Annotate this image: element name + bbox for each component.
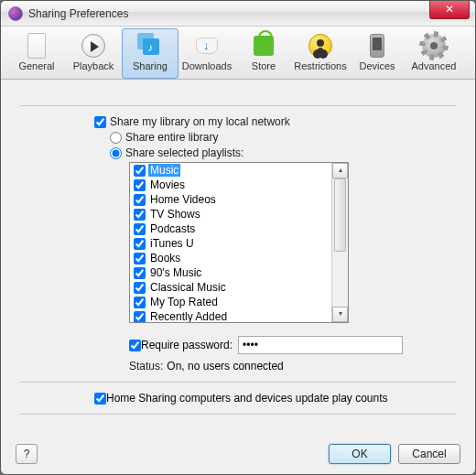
separator	[19, 414, 457, 415]
share-entire-label: Share entire library	[125, 131, 218, 144]
window: Sharing Preferences ✕ General Playback ♪…	[0, 0, 476, 475]
playlist-name: 90's Music	[148, 266, 203, 279]
playlist-item[interactable]: Movies	[130, 178, 348, 192]
window-title: Sharing Preferences	[28, 7, 128, 20]
playlist-item[interactable]: Music	[130, 163, 348, 178]
share-selected-label: Share selected playlists:	[125, 146, 243, 159]
playlist-name: Movies	[148, 178, 187, 191]
sharing-icon: ♪	[137, 33, 163, 59]
require-password-checkbox[interactable]	[129, 340, 141, 351]
status-value: On, no users connected	[167, 360, 283, 372]
tab-downloads[interactable]: Downloads	[178, 28, 235, 79]
titlebar[interactable]: Sharing Preferences ✕	[1, 1, 475, 27]
playlist-name: Home Videos	[148, 193, 218, 206]
playlist-checkbox[interactable]	[134, 223, 146, 235]
playlist-checkbox[interactable]	[134, 267, 146, 279]
general-icon	[27, 33, 46, 59]
tab-label-restrictions: Restrictions	[294, 60, 346, 71]
playlist-item[interactable]: My Top Rated	[130, 295, 348, 309]
playlist-item[interactable]: Podcasts	[130, 221, 348, 236]
gear-icon	[422, 34, 446, 58]
status-caption: Status:	[129, 360, 163, 372]
playlist-checkbox[interactable]	[134, 238, 146, 250]
tab-label-playback: Playback	[73, 60, 114, 71]
playlist-name: Recently Added	[148, 310, 229, 323]
toolbar: General Playback ♪ Sharing Downloads Sto…	[1, 27, 475, 80]
share-selected-radio[interactable]	[110, 147, 122, 159]
playlist-checkbox[interactable]	[134, 209, 146, 221]
footer: ? OK Cancel	[1, 434, 475, 474]
store-icon	[254, 36, 274, 56]
playlist-list: MusicMoviesHome VideosTV ShowsPodcastsiT…	[130, 163, 348, 323]
scrollbar[interactable]: ▴ ▾	[331, 163, 348, 322]
separator	[19, 382, 457, 383]
playlist-name: Classical Music	[148, 281, 228, 294]
playlist-name: iTunes U	[148, 237, 196, 250]
playlist-item[interactable]: TV Shows	[130, 207, 348, 221]
device-icon	[370, 34, 384, 58]
scroll-down-button[interactable]: ▾	[332, 307, 348, 322]
playlist-name: Books	[148, 252, 182, 264]
play-icon	[81, 34, 105, 58]
playlist-name: TV Shows	[148, 208, 202, 221]
playlist-item[interactable]: Home Videos	[130, 192, 348, 207]
playlist-checkbox[interactable]	[134, 297, 146, 308]
playlist-checkbox[interactable]	[134, 179, 146, 191]
close-button[interactable]: ✕	[429, 1, 470, 19]
tab-label-store: Store	[252, 60, 276, 71]
tab-restrictions[interactable]: Restrictions	[292, 28, 349, 79]
home-sharing-checkbox[interactable]	[94, 393, 106, 405]
password-field[interactable]	[238, 336, 403, 354]
tab-devices[interactable]: Devices	[349, 28, 406, 79]
require-password-label: Require password:	[141, 339, 233, 351]
tab-playback[interactable]: Playback	[65, 28, 122, 79]
tab-label-general: General	[18, 60, 54, 71]
playlist-name: Music	[148, 164, 180, 177]
home-sharing-label: Home Sharing computers and devices updat…	[106, 392, 388, 405]
tab-general[interactable]: General	[8, 28, 65, 79]
app-icon	[8, 6, 23, 21]
cancel-button[interactable]: Cancel	[398, 444, 460, 464]
playlist-checkbox[interactable]	[134, 282, 146, 294]
playlist-checkbox[interactable]	[134, 311, 146, 323]
tab-advanced[interactable]: Advanced	[406, 28, 462, 79]
separator	[19, 105, 457, 106]
playlist-item[interactable]: Classical Music	[130, 280, 348, 295]
tab-sharing[interactable]: ♪ Sharing	[122, 28, 178, 79]
download-icon	[196, 38, 218, 54]
share-library-label: Share my library on my local network	[110, 115, 290, 128]
playlist-checkbox[interactable]	[134, 165, 146, 177]
content-pane: Share my library on my local network Sha…	[1, 80, 475, 434]
tab-label-devices: Devices	[359, 60, 395, 71]
playlist-name: Podcasts	[148, 222, 197, 235]
ok-button[interactable]: OK	[329, 444, 391, 464]
playlist-item[interactable]: Books	[130, 251, 348, 265]
tab-label-sharing: Sharing	[133, 60, 168, 71]
tab-label-downloads: Downloads	[182, 60, 232, 71]
playlist-listbox[interactable]: MusicMoviesHome VideosTV ShowsPodcastsiT…	[129, 162, 349, 323]
tab-store[interactable]: Store	[235, 28, 292, 79]
playlist-item[interactable]: iTunes U	[130, 236, 348, 251]
playlist-name: My Top Rated	[148, 296, 220, 308]
playlist-item[interactable]: 90's Music	[130, 265, 348, 280]
help-button[interactable]: ?	[16, 444, 38, 464]
share-library-checkbox[interactable]	[94, 116, 106, 128]
scroll-up-button[interactable]: ▴	[332, 163, 348, 178]
restrictions-icon	[308, 34, 332, 58]
tab-label-advanced: Advanced	[412, 60, 457, 71]
share-entire-radio[interactable]	[110, 132, 122, 144]
playlist-checkbox[interactable]	[134, 194, 146, 206]
playlist-checkbox[interactable]	[134, 253, 146, 264]
scroll-thumb[interactable]	[334, 178, 346, 252]
playlist-item[interactable]: Recently Added	[130, 309, 348, 323]
